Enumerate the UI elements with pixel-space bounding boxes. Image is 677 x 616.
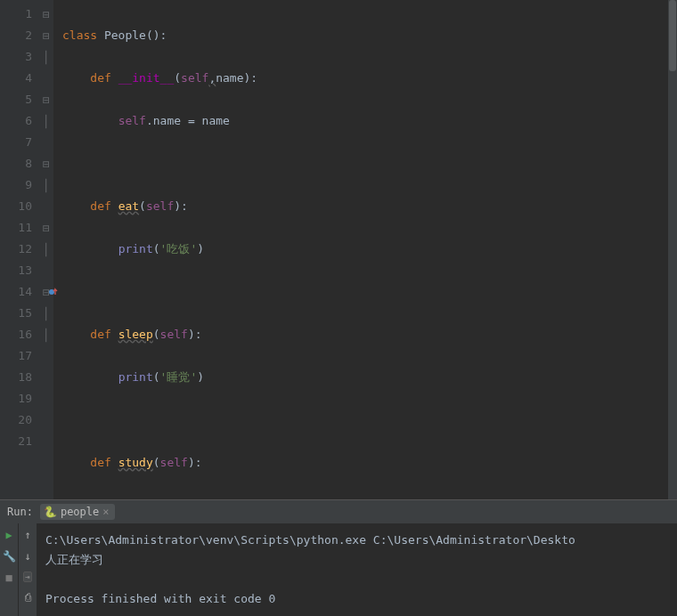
soft-wrap-button[interactable]: ⇥ (23, 571, 31, 582)
editor-pane: 1 2 3 4 5 6 7 8 9 10 11 12 13 14 15 16 1… (0, 0, 677, 499)
line-number: 15 (7, 303, 32, 324)
line-number: 10 (7, 196, 32, 217)
scrollbar-thumb[interactable] (669, 0, 676, 71)
fold-toggle-icon[interactable]: ⊟ (39, 281, 53, 303)
line-number: 8 (7, 153, 32, 174)
editor-scrollbar[interactable] (668, 0, 677, 499)
line-number: 9 (7, 174, 32, 196)
line-number: 20 (7, 409, 32, 431)
up-button[interactable]: ↑ (24, 529, 30, 541)
run-tab[interactable]: 🐍 people × (40, 504, 115, 520)
stop-button[interactable]: ■ (5, 571, 12, 584)
run-tool-window: Run: 🐍 people × ▶ 🔧 ■ ↑ ↓ ⇥ ⎙ C:\Users\A… (0, 499, 677, 616)
line-number-gutter[interactable]: 1 2 3 4 5 6 7 8 9 10 11 12 13 14 15 16 1… (0, 0, 39, 499)
line-number: 21 (7, 431, 32, 452)
line-number: 19 (7, 388, 32, 409)
fold-toggle-icon[interactable]: ⊟ (39, 25, 53, 46)
fold-guide: │ (39, 46, 53, 68)
method-init: __init__ (118, 71, 175, 85)
line-number: 6 (7, 110, 32, 132)
line-number: 3 (7, 46, 32, 68)
method-sleep: sleep (118, 328, 153, 341)
run-body: ▶ 🔧 ■ ↑ ↓ ⇥ ⎙ C:\Users\Administrator\ven… (0, 523, 677, 616)
line-number: 16 (7, 324, 32, 345)
class-name: People (104, 28, 146, 42)
console-output[interactable]: C:\Users\Administrator\venv\Scripts\pyth… (37, 523, 677, 616)
fold-toggle-icon[interactable]: ⊟ (39, 153, 53, 174)
keyword-class: class (62, 28, 97, 42)
method-eat: eat (118, 199, 139, 213)
code-editor[interactable]: class People(): def __init__(self,name):… (53, 0, 668, 499)
run-toolbar-left: ▶ 🔧 ■ (0, 523, 18, 616)
line-number: 12 (7, 239, 32, 260)
fold-guide: │ (39, 303, 53, 324)
fold-toggle-icon[interactable]: ⊟ (39, 4, 53, 25)
rerun-button[interactable]: ▶ (5, 529, 12, 541)
run-label: Run: (7, 506, 33, 518)
python-file-icon: 🐍 (44, 506, 57, 518)
run-tab-name: people (61, 506, 99, 518)
fold-guide: │ (39, 324, 53, 345)
fold-gutter[interactable]: ⊟ ⊟ │ ⊟ │ ⊟ │ ⊟ │ ⊟ │ │ (39, 0, 53, 499)
fold-toggle-icon[interactable]: ⊟ (39, 89, 53, 110)
console-line: C:\Users\Administrator\venv\Scripts\pyth… (45, 533, 575, 547)
fold-guide: │ (39, 239, 53, 260)
line-number: 4 (7, 68, 32, 89)
line-number: 2 (7, 25, 32, 46)
close-tab-icon[interactable]: × (102, 506, 109, 518)
print-button[interactable]: ⎙ (25, 591, 31, 604)
console-line: Process finished with exit code 0 (45, 592, 275, 605)
config-button[interactable]: 🔧 (3, 550, 16, 563)
fold-guide: │ (39, 174, 53, 196)
line-number: 14 (7, 281, 32, 303)
run-toolbar-right: ↑ ↓ ⇥ ⎙ (18, 523, 37, 616)
line-number: 7 (7, 132, 32, 153)
line-number: 13 (7, 260, 32, 281)
console-line: 人正在学习 (45, 553, 103, 566)
line-number: 17 (7, 345, 32, 367)
line-number: 11 (7, 217, 32, 239)
line-number: 1 (7, 4, 32, 25)
method-study: study (118, 456, 153, 469)
down-button[interactable]: ↓ (24, 550, 30, 563)
fold-guide: │ (39, 110, 53, 132)
ide-root: 1 2 3 4 5 6 7 8 9 10 11 12 13 14 15 16 1… (0, 0, 677, 616)
fold-toggle-icon[interactable]: ⊟ (39, 217, 53, 239)
run-header: Run: 🐍 people × (0, 500, 677, 523)
line-number: 5 (7, 89, 32, 110)
line-number: 18 (7, 367, 32, 388)
